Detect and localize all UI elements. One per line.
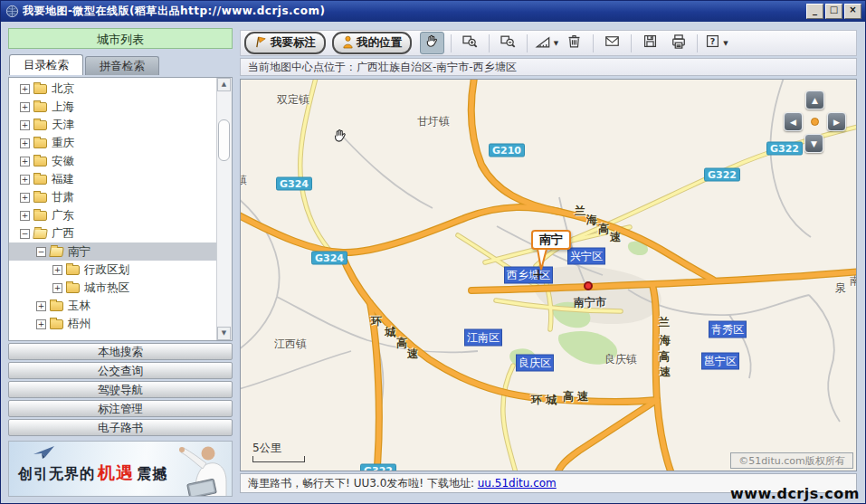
tree-expander-icon[interactable]: + (20, 120, 30, 130)
bus-query-button[interactable]: 公交查询 (8, 362, 233, 379)
tree-item[interactable]: −南宁 (9, 242, 216, 261)
print-icon (670, 33, 688, 54)
tree-item-label: 重庆 (52, 136, 74, 151)
tree-item-label: 城市热区 (84, 281, 129, 296)
road-number-badge: G324 (311, 252, 347, 265)
trash-icon (566, 33, 583, 53)
crosshair-icon: + (531, 264, 545, 283)
city-marker-icon (584, 281, 593, 290)
person-icon (342, 35, 354, 52)
zoom-in-tool-button[interactable] (458, 32, 482, 54)
folder-icon (50, 319, 63, 329)
tree-expander-icon[interactable]: + (36, 319, 46, 329)
drive-nav-button[interactable]: 驾驶导航 (8, 381, 233, 398)
print-tool-button[interactable] (666, 32, 690, 54)
site-link[interactable]: www.dcrjs.com (730, 485, 860, 502)
tree-item[interactable]: +城市热区 (9, 279, 216, 297)
dropdown-caret-icon[interactable]: ▼ (723, 40, 728, 47)
tree-expander-icon[interactable]: − (36, 247, 46, 257)
expressway-name-label: 兰 (659, 315, 670, 330)
minimize-button[interactable]: _ (806, 4, 823, 19)
title-bar: 我要地图-微型在线版(稻草出品http://www.dcrjs.com) _ □… (1, 1, 865, 22)
tree-expander-icon[interactable]: + (20, 84, 30, 94)
save-tool-button[interactable] (638, 32, 662, 54)
app-globe-icon (5, 5, 19, 18)
map-center-status: 当前地图中心点位于：广西壮族自治区-南宁市-西乡塘区 (240, 58, 857, 76)
scroll-thumb[interactable] (218, 119, 230, 161)
pan-center-dot[interactable] (811, 118, 819, 126)
tree-expander-icon[interactable]: + (20, 211, 30, 221)
tree-item[interactable]: +北京 (9, 80, 216, 98)
dropdown-caret-icon[interactable]: ▼ (554, 40, 558, 47)
tree-expander-icon[interactable]: − (20, 229, 30, 239)
town-label: 双定镇 (277, 92, 309, 108)
close-button[interactable]: × (844, 4, 861, 19)
expressway-name-label: 城 (546, 393, 557, 408)
tree-item[interactable]: +重庆 (9, 134, 216, 152)
expressway-name-label: 速 (407, 347, 418, 362)
help-tool-button[interactable]: ?▼ (704, 32, 728, 54)
tree-item-label: 甘肃 (52, 190, 74, 205)
tree-item[interactable]: +安徽 (9, 152, 216, 170)
expressway-name-label: 高 (659, 349, 670, 365)
tree-expander-icon[interactable]: + (20, 175, 30, 185)
tree-expander-icon[interactable]: + (52, 283, 62, 293)
tree-item[interactable]: +行政区划 (9, 261, 216, 279)
pan-tool-button[interactable] (420, 32, 444, 54)
folder-icon (66, 265, 80, 275)
tree-expander-icon[interactable]: + (20, 193, 30, 203)
tree-item[interactable]: +天津 (9, 116, 216, 134)
zoom-out-tool-button[interactable] (496, 32, 520, 54)
ebook-route-button[interactable]: 电子路书 (8, 419, 233, 436)
tree-item[interactable]: +梧州 (9, 315, 216, 333)
tree-scrollbar[interactable]: ▲ ▼ (216, 78, 232, 340)
hand-icon (423, 33, 441, 53)
download-link[interactable]: uu.51ditu.com (478, 477, 557, 490)
mail-tool-button[interactable] (600, 32, 624, 54)
toolbar-separator (489, 34, 490, 52)
tree-item[interactable]: +福建 (9, 170, 216, 188)
map-canvas[interactable]: 双定镇甘圩镇镇江西镇良庆镇泉南兰海高速兰海高速环城高速环城高速兴宁区西乡塘区江南… (240, 79, 857, 471)
pan-down-button[interactable]: ▼ (804, 134, 823, 153)
tree-item[interactable]: +玉林 (9, 297, 216, 315)
maximize-button[interactable]: □ (825, 4, 842, 19)
zoom-out-icon (499, 33, 518, 54)
district-badge: 江南区 (465, 330, 501, 346)
tab-pinyin-search[interactable]: 拼音检索 (85, 56, 159, 75)
folder-icon (33, 120, 47, 130)
town-label: 泉 (835, 281, 846, 296)
app-window: 我要地图-微型在线版(稻草出品http://www.dcrjs.com) _ □… (0, 0, 866, 504)
ad-banner[interactable]: 创引无界的机遇震撼 (8, 441, 233, 497)
tree-item-label: 广东 (52, 208, 74, 223)
tree-item-label: 南宁 (68, 244, 90, 260)
pan-up-button[interactable]: ▲ (805, 90, 824, 109)
expressway-name-label: 兰 (575, 204, 585, 219)
map-callout-bubble[interactable]: 南宁 (531, 230, 571, 250)
tab-directory-search[interactable]: 目录检索 (9, 54, 83, 75)
my-location-button[interactable]: 我的位置 (332, 32, 412, 54)
tree-item[interactable]: −广西 (9, 224, 216, 242)
paper-plane-icon (33, 445, 56, 463)
tree-item[interactable]: +上海 (9, 98, 216, 116)
measure-tool-button[interactable]: ▼ (534, 32, 558, 54)
tree-expander-icon[interactable]: + (20, 138, 30, 148)
delete-tool-button[interactable] (562, 32, 586, 54)
scroll-down-icon[interactable]: ▼ (217, 327, 231, 340)
annotate-button[interactable]: 我要标注 (244, 32, 326, 54)
tree-item[interactable]: +广东 (9, 206, 216, 224)
tree-expander-icon[interactable]: + (20, 102, 30, 112)
local-search-button[interactable]: 本地搜索 (8, 343, 233, 360)
tree-expander-icon[interactable]: + (36, 301, 46, 311)
tree-item[interactable]: +甘肃 (9, 188, 216, 206)
pan-left-button[interactable]: ◀ (784, 112, 803, 131)
tree-item-label: 行政区划 (84, 262, 129, 278)
road-number-badge: G322 (704, 168, 740, 182)
town-label: 良庆镇 (604, 352, 637, 367)
pan-right-button[interactable]: ▶ (827, 112, 846, 131)
map-scale-bar (252, 456, 305, 462)
expressway-name-label: 环 (371, 314, 382, 329)
annotation-manage-button[interactable]: 标注管理 (8, 400, 233, 417)
scroll-up-icon[interactable]: ▲ (217, 78, 231, 91)
tree-expander-icon[interactable]: + (20, 157, 30, 166)
tree-expander-icon[interactable]: + (52, 265, 62, 275)
